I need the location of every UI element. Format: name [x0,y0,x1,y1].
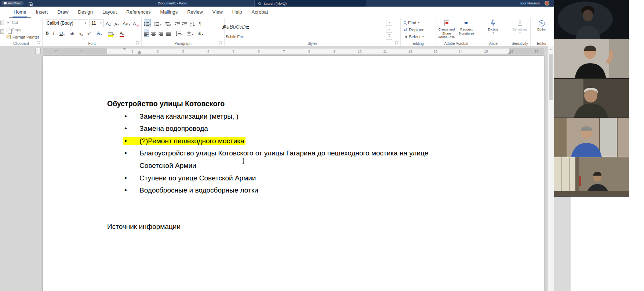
create-share-pdf-button[interactable]: Create and Share Adobe PDF [437,19,456,39]
clipboard-dialog-launcher[interactable]: ↘ [37,41,41,45]
paste-icon-partial[interactable] [0,21,4,25]
ribbon-tab[interactable]: Insert [31,7,53,18]
user-avatar[interactable] [545,1,549,6]
ribbon-tab[interactable]: Help [228,7,247,18]
svg-text:Z: Z [190,24,192,26]
paste-options-partial[interactable] [0,29,4,34]
format-painter-label: Format Painter [12,35,39,39]
subscript-button[interactable]: x₂ [79,29,83,37]
show-hide-paragraph-button[interactable]: ¶ [199,19,201,27]
select-button[interactable]: Select ▾ [404,33,423,40]
align-center-button[interactable] [151,29,156,37]
style-item[interactable]: AaBbCcDc Subtle Em... [225,19,247,40]
first-line-indent-marker[interactable] [123,48,126,50]
vertical-scrollbar[interactable]: ▴ [547,46,554,291]
sensitivity-icon [518,21,522,26]
video-feed-2[interactable] [554,39,629,79]
replace-button[interactable]: ⇄ Replace [404,26,424,33]
find-icon [404,21,406,24]
scrollbar-thumb[interactable] [549,54,553,100]
copy-button[interactable]: Copy [7,26,21,33]
ribbon-tab[interactable]: Acrobat [247,7,273,18]
save-icon[interactable] [29,1,33,7]
voice-group-label: Voice [477,42,509,46]
autosave-toggle[interactable]: AutoSave [1,1,23,6]
font-color-button[interactable]: A▾ [120,29,124,37]
superscript-button[interactable]: x² [87,29,91,37]
bold-button[interactable]: B [46,29,49,37]
strikethrough-button[interactable]: ab [70,29,74,37]
paragraph-dialog-launcher[interactable]: ↘ [219,41,223,45]
ribbon-tab[interactable]: Review [182,7,208,18]
sensitivity-button[interactable]: Sensitivity ▾ [510,19,530,35]
format-painter-button[interactable]: Format Painter [7,34,39,40]
clear-formatting-button[interactable]: A [133,19,139,27]
styles-gallery-up-button[interactable]: ▴ [386,19,392,26]
video-feed-1[interactable] [554,0,629,39]
line-spacing-button[interactable]: ▾ [175,29,183,37]
shrink-font-button[interactable]: A▾ [114,19,119,27]
increase-indent-button[interactable] [182,19,187,27]
document-page[interactable]: Обустройство улицы Котовского •Замена ка… [43,56,544,291]
styles-gallery-down-button[interactable]: ▾ [386,26,392,33]
shading-icon [186,31,192,36]
ribbon-tab[interactable]: Layout [98,7,121,18]
font-dialog-launcher[interactable]: ↘ [136,41,140,45]
italic-button[interactable]: I [53,29,54,37]
ribbon-tab[interactable]: References [121,7,155,18]
text-highlight-color-button[interactable]: ▾ [108,29,114,37]
styles-dialog-launcher[interactable]: ↘ [395,41,399,45]
video-feed-5[interactable] [554,157,629,197]
styles-group-label: Styles [225,42,400,46]
sort-button[interactable]: AZ [190,19,196,27]
justify-button[interactable] [166,29,171,37]
align-left-button[interactable] [144,29,149,37]
panel-background-strip [554,197,571,291]
change-case-button[interactable]: Aa▾ [123,19,130,27]
bullets-button[interactable]: ▾ [144,19,151,27]
editor-icon: ✎ [539,20,545,26]
chevron-down-icon: ▾ [100,22,102,25]
ribbon: ✂ Cut Copy Format Painter Clipboard ↘ Ca… [0,18,554,46]
scroll-up-arrow[interactable]: ▴ [548,47,554,50]
ribbon-tab[interactable]: View [208,7,228,18]
ribbon-tab[interactable]: Design [73,7,98,18]
style-preview: AaBbCcDc [223,19,248,35]
ribbon-tab[interactable]: Home [9,7,31,18]
font-size-combobox[interactable]: 11 ▾ [90,19,103,27]
multilevel-list-button[interactable]: ▾ [164,19,171,27]
horizontal-ruler[interactable]: 21 1234567891011121314151617 [43,48,544,54]
left-indent-marker[interactable] [138,53,141,54]
document-footer-line: Источник информации [107,220,511,233]
video-call-panel [554,0,644,291]
text-effects-button[interactable]: A▾ [97,29,102,37]
numbering-button[interactable]: ▾ [154,19,161,27]
video-feed-3[interactable] [554,79,629,118]
align-right-button[interactable] [159,29,164,37]
video-feed-4[interactable] [554,118,629,157]
styles-gallery-more-button[interactable]: ▾ [386,33,392,40]
search-box[interactable]: Search (Alt+Q) [254,0,366,7]
editor-label: Editor [537,28,546,32]
search-icon [258,2,261,5]
font-name-combobox[interactable]: Calibri (Body) ▾ [45,19,88,27]
right-indent-marker[interactable] [507,52,511,54]
decrease-indent-button[interactable] [175,19,180,27]
cut-button[interactable]: ✂ Cut [7,19,18,26]
borders-button[interactable]: ⊞ ▾ [197,29,203,37]
grow-font-button[interactable]: A▴ [106,19,110,27]
underline-button[interactable]: U▾ [59,29,65,37]
ribbon-tab[interactable]: Mailings [156,7,183,18]
request-signatures-button[interactable]: ✒ Request Signatures [457,19,476,35]
sensitivity-group-label: Sensitivity [509,42,530,46]
find-button[interactable]: Find ▾ [404,19,419,26]
find-label: Find [408,21,416,25]
editor-button[interactable]: ✎ Editor [532,19,551,32]
tab-stop-selector[interactable]: ∟ [35,48,41,54]
dictate-button[interactable]: Dictate ▾ [484,19,503,35]
bullet-marker: • [124,184,139,197]
ribbon-tab[interactable]: Draw [52,7,73,18]
font-group-label: Font [43,42,141,46]
voice-group: Dictate ▾ Voice [477,18,509,46]
shading-button[interactable]: ▾ [186,29,193,37]
